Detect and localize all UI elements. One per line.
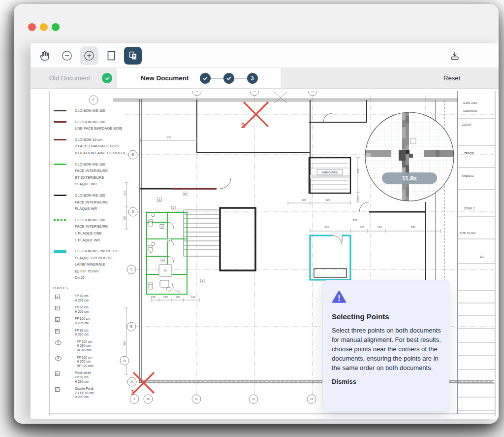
reset-button[interactable]: Reset xyxy=(443,74,460,82)
legend-text: ET EXTERIEURE xyxy=(75,174,108,181)
magnifier-zoom-label: 11.8x xyxy=(402,175,417,182)
document-tabbar: Old Document New Document 3 xyxy=(31,68,499,89)
svg-text:12: 12 xyxy=(252,398,255,401)
svg-text:322: 322 xyxy=(325,199,330,202)
legend-text: CLOISON MS 100 xyxy=(75,192,108,199)
window-titlebar xyxy=(14,4,499,43)
step-3-badge[interactable]: 3 xyxy=(247,73,258,84)
porte-text: RF 60 min xyxy=(77,348,92,353)
maximize-window-button[interactable] xyxy=(52,23,60,31)
plan-canvas[interactable]: ARMOIRES xyxy=(31,89,499,419)
legend-text: PLAQUE WR xyxy=(75,205,108,212)
porte-text: H 290 cm xyxy=(75,333,89,337)
single-page-view-button[interactable] xyxy=(102,46,121,65)
app-panel: Old Document New Document 3 xyxy=(31,43,499,419)
warning-icon xyxy=(332,297,346,305)
porte-text: H 205 cm xyxy=(75,310,89,314)
porte-badge: B xyxy=(55,306,60,310)
svg-text:10: 10 xyxy=(147,398,150,401)
step-2-complete-icon[interactable] xyxy=(223,73,234,84)
legend-item: CLOISON 10 cm2 FACES BARDAGE BOISISOLATI… xyxy=(53,136,144,157)
porte-badge: H xyxy=(55,387,60,392)
svg-text:142: 142 xyxy=(190,296,195,299)
step-1-complete-icon[interactable] xyxy=(200,73,211,84)
legend-swatch xyxy=(54,219,66,221)
legend-item: CLOISON MS 150 RF 120PLAQUE GYPROC RFLAI… xyxy=(53,248,144,281)
svg-text:CLIENT: CLIENT xyxy=(462,123,472,126)
close-window-button[interactable] xyxy=(28,23,36,31)
selecting-points-popover: Selecting Points Select three points on … xyxy=(322,280,449,412)
compare-documents-button[interactable] xyxy=(124,47,142,65)
dismiss-button[interactable]: Dismiss xyxy=(332,378,356,385)
legend-swatch xyxy=(54,195,66,196)
porte-text: FP 100 cm xyxy=(75,317,90,321)
toilet-block xyxy=(147,212,187,294)
popover-body: Select three points on both documents fo… xyxy=(332,326,444,372)
porte-item: BFP 93 cmH 205 cm xyxy=(53,305,144,314)
svg-text:222: 222 xyxy=(324,226,329,229)
legend-text: FACE INTERIEURE xyxy=(75,199,108,206)
svg-text:AMENAG: AMENAG xyxy=(462,174,474,177)
svg-text:11: 11 xyxy=(195,91,198,93)
svg-text:NTK CL NIV: NTK CL NIV xyxy=(460,232,476,235)
zoom-out-button[interactable] xyxy=(58,46,76,65)
tab-new-document[interactable]: New Document 3 xyxy=(117,68,281,88)
porte-text: H 205 cm xyxy=(75,299,89,303)
legend-swatch xyxy=(54,121,66,123)
svg-text:ZONE C: ZONE C xyxy=(464,207,475,210)
legend-text: CLOISON 10 cm xyxy=(75,136,126,143)
svg-text:338: 338 xyxy=(356,168,359,173)
porte-text: H 205 cm xyxy=(75,321,90,326)
tab-old-document[interactable]: Old Document xyxy=(31,68,117,88)
porte-badge: A xyxy=(55,295,60,299)
porte-text: FP 93 cm xyxy=(75,375,91,380)
pan-tool-button[interactable] xyxy=(35,46,54,65)
zoom-in-button[interactable] xyxy=(80,46,98,65)
zoom-in-icon xyxy=(83,50,95,62)
svg-text:164: 164 xyxy=(356,196,359,201)
porte-item: EFP 100 cmH 290 cmRF 60 min xyxy=(53,340,144,353)
tabbar-right-segment: Reset xyxy=(281,68,499,88)
legend-text: CLOISON MS 100 xyxy=(75,161,108,168)
porte-badge: E xyxy=(55,340,62,345)
svg-text:367: 367 xyxy=(352,219,357,222)
svg-text:125: 125 xyxy=(175,296,180,299)
legend-text: 1 PLAQUE OSB xyxy=(75,230,108,237)
download-icon xyxy=(449,50,461,62)
porte-text: Porte vitrée xyxy=(75,371,91,375)
svg-text:105: 105 xyxy=(151,296,156,299)
porte-text: FP 93 cm xyxy=(75,305,89,310)
staircase xyxy=(184,210,220,256)
app-window: Old Document New Document 3 xyxy=(14,4,499,424)
legend-swatch xyxy=(54,164,66,165)
legend-item: CLOISON MS 100FACE INTERIEUREET EXTERIEU… xyxy=(53,161,144,188)
armoires-room: ARMOIRES xyxy=(309,158,350,193)
svg-text:13: 13 xyxy=(310,398,313,401)
porte-item: FFP 100 cmH 205 cmRF 120 min xyxy=(53,356,144,369)
legend-item: CLOISON MS 100UNE FACE BARDAGE BOIS xyxy=(53,119,144,132)
download-button[interactable] xyxy=(445,46,464,65)
new-document-label: New Document xyxy=(141,74,189,82)
step-connector xyxy=(234,78,247,79)
hand-icon xyxy=(39,50,51,62)
porte-badge: G xyxy=(55,371,60,376)
legend-text: CLOISON MS 100 xyxy=(75,107,105,114)
porte-badge: F xyxy=(55,356,62,361)
legend-item: CLOISON MS 100FACE INTERIEUREPLAQUE WR xyxy=(53,192,144,212)
porte-item: AFP 83 cmH 205 cm xyxy=(53,294,144,303)
minimize-window-button[interactable] xyxy=(40,23,48,31)
popover-title: Selecting Points xyxy=(332,312,440,321)
page-icon xyxy=(105,50,117,62)
svg-text:130: 130 xyxy=(377,226,382,229)
legend-text: ISOLATION LAINE DE ROCHE xyxy=(75,150,126,157)
legend-text: CLOISON MS 150 RF 120 xyxy=(75,248,118,255)
porte-item: GPorte vitréeFP 93 cmH 290 cm xyxy=(53,371,144,384)
magnifier-lens: 11.8x xyxy=(365,112,469,202)
old-document-complete-icon xyxy=(102,73,112,83)
toolbar xyxy=(31,43,499,68)
svg-text:390: 390 xyxy=(410,226,415,229)
plan-legend: CLOISON MS 100CLOISON MS 100UNE FACE BAR… xyxy=(53,107,144,403)
porte-item: HDouble Porte2 x FP 93 cmH 290 cm xyxy=(53,387,144,400)
porte-text: H 290 cm xyxy=(77,344,92,348)
svg-text:276: 276 xyxy=(166,136,171,139)
